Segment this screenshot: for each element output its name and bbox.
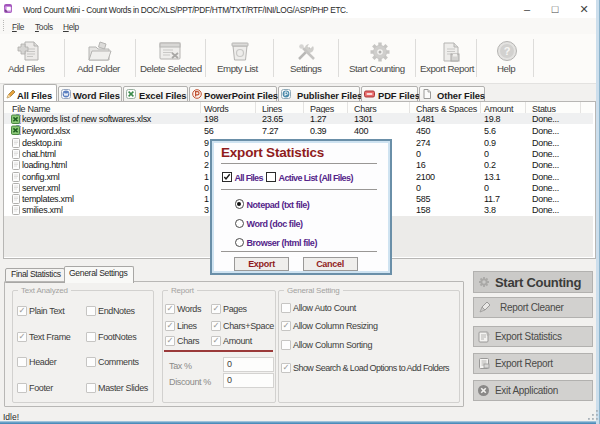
svg-text:?: ? (504, 45, 511, 57)
